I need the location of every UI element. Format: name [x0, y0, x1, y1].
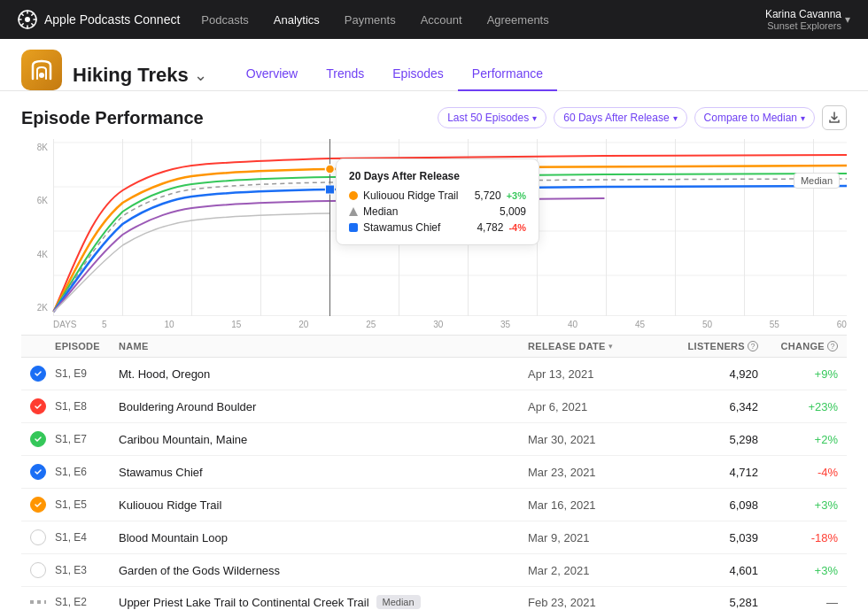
tab-trends[interactable]: Trends: [312, 58, 378, 91]
tooltip-change-0: +3%: [507, 190, 526, 201]
episode-date-7: Feb 23, 2021: [528, 596, 661, 609]
episode-change-3: -4%: [758, 466, 838, 479]
episode-num-2: S1, E7: [55, 433, 119, 445]
episode-name-3: Stawamus Chief: [119, 466, 528, 479]
user-subtitle: Sunset Explorers: [767, 20, 841, 31]
median-label: Median: [794, 173, 840, 189]
x-label-40: 40: [568, 320, 577, 329]
episodes-filter-button[interactable]: Last 50 Episodes ▾: [438, 107, 546, 128]
change-help-icon[interactable]: ?: [827, 341, 838, 351]
tab-overview[interactable]: Overview: [232, 58, 312, 91]
svg-point-21: [325, 165, 334, 174]
episode-listeners-3: 4,712: [661, 466, 758, 479]
nav-payments[interactable]: Payments: [345, 13, 396, 27]
podcast-header: Hiking Treks ⌄ Overview Trends Episodes …: [0, 39, 868, 91]
episode-change-1: +23%: [758, 400, 838, 413]
y-label-2k: 2K: [21, 303, 48, 313]
episode-name-4: Kuliouou Ridge Trail: [119, 498, 528, 512]
episode-date-4: Mar 16, 2021: [528, 498, 661, 512]
nav-account[interactable]: Account: [421, 13, 462, 27]
compare-filter-button[interactable]: Compare to Median ▾: [694, 107, 815, 128]
podcast-title-row[interactable]: Hiking Treks ⌄: [73, 64, 207, 90]
x-label-50: 50: [702, 320, 712, 329]
podcast-thumb: [21, 50, 62, 90]
row-check-5[interactable]: [30, 529, 46, 545]
section-header: Episode Performance Last 50 Episodes ▾ 6…: [21, 105, 847, 130]
row-check-7[interactable]: [30, 600, 46, 604]
episode-num-6: S1, E3: [55, 564, 119, 576]
nav-analytics[interactable]: Analytics: [274, 13, 320, 27]
table-row: S1, E6 Stawamus Chief Mar 23, 2021 4,712…: [21, 456, 847, 489]
export-button[interactable]: [822, 105, 847, 130]
episode-listeners-6: 4,601: [661, 564, 758, 577]
tooltip-dot-orange: [349, 191, 358, 200]
user-menu[interactable]: Karina Cavanna Sunset Explorers: [765, 8, 841, 31]
table-row: S1, E3 Garden of the Gods Wilderness Mar…: [21, 554, 847, 587]
episode-name-2: Caribou Mountain, Maine: [119, 433, 528, 446]
episode-change-2: +2%: [758, 433, 838, 446]
app-name: Apple Podcasts Connect: [44, 12, 180, 27]
x-label-30: 30: [433, 320, 443, 329]
row-check-3[interactable]: [30, 464, 46, 480]
nav-links: Podcasts Analytics Payments Account Agre…: [201, 13, 548, 27]
episode-listeners-7: 5,281: [661, 596, 758, 609]
app-logo[interactable]: Apple Podcasts Connect: [18, 10, 180, 29]
x-axis-grid: 5 10 15 20 25 30 35 40 45 50 55 60: [102, 320, 847, 329]
table-header: EPISODE NAME RELEASE DATE ▾ LISTENERS ? …: [21, 335, 847, 358]
check-icon: [34, 500, 43, 509]
period-chevron-icon: ▾: [673, 113, 678, 123]
podcast-tabs: Overview Trends Episodes Performance: [232, 58, 557, 90]
episode-change-6: +3%: [758, 564, 838, 577]
x-label-60: 60: [837, 320, 847, 329]
table: EPISODE NAME RELEASE DATE ▾ LISTENERS ? …: [21, 335, 847, 610]
podcast-thumb-icon: [28, 57, 55, 83]
listeners-help-icon[interactable]: ?: [748, 341, 758, 351]
y-label-6k: 6K: [21, 196, 48, 205]
episode-change-4: +3%: [758, 498, 838, 512]
x-label-25: 25: [366, 320, 376, 329]
row-check-0[interactable]: [30, 366, 46, 382]
y-label-8k: 8K: [21, 143, 48, 152]
episode-name-0: Mt. Hood, Oregon: [119, 367, 528, 381]
episode-name-5: Blood Mountain Loop: [119, 531, 528, 544]
filter-chevron-icon: ▾: [532, 113, 537, 123]
row-check-4[interactable]: [30, 497, 46, 513]
episode-num-0: S1, E9: [55, 367, 119, 380]
row-check-2[interactable]: [30, 431, 46, 447]
header-episode: EPISODE: [55, 341, 119, 351]
episode-change-0: +9%: [758, 367, 838, 381]
tab-performance[interactable]: Performance: [458, 58, 557, 91]
x-axis-days: DAYS: [53, 320, 102, 329]
episode-date-2: Mar 30, 2021: [528, 433, 661, 446]
check-icon: [34, 467, 43, 476]
nav-podcasts[interactable]: Podcasts: [201, 13, 248, 27]
episode-name-7: Upper Priest Lake Trail to Continental C…: [119, 596, 369, 609]
tooltip-value-0: 5,720: [475, 189, 501, 202]
export-icon: [828, 112, 841, 124]
row-check-6[interactable]: [30, 562, 46, 578]
podcast-chevron-icon: ⌄: [194, 66, 207, 85]
compare-chevron-icon: ▾: [801, 113, 805, 123]
tab-episodes[interactable]: Episodes: [378, 58, 458, 91]
nav-agreements[interactable]: Agreements: [487, 13, 549, 27]
podcasts-icon: [18, 10, 37, 29]
user-name: Karina Cavanna: [765, 8, 841, 20]
episode-change-5: -18%: [758, 531, 838, 544]
x-label-35: 35: [500, 320, 510, 329]
tooltip-value-2: 4,782: [477, 221, 503, 234]
user-chevron-icon: ▾: [845, 13, 850, 26]
episode-num-4: S1, E5: [55, 498, 119, 511]
episode-num-5: S1, E4: [55, 531, 119, 544]
episode-name-6: Garden of the Gods Wilderness: [119, 564, 528, 577]
period-filter-button[interactable]: 60 Days After Release ▾: [554, 107, 686, 128]
episode-listeners-5: 5,039: [661, 531, 758, 544]
episode-change-7: —: [758, 596, 838, 609]
x-label-10: 10: [164, 320, 174, 329]
tooltip-row-2: Stawamus Chief 4,782 -4%: [349, 221, 526, 234]
median-badge: Median: [376, 595, 421, 609]
row-check-1[interactable]: [30, 398, 46, 414]
podcast-title: Hiking Treks: [73, 64, 189, 87]
x-axis: DAYS 5 10 15 20 25 30 35 40 45 50 55 60: [21, 316, 847, 335]
header-date[interactable]: RELEASE DATE ▾: [528, 341, 661, 351]
x-label-5: 5: [102, 320, 107, 329]
